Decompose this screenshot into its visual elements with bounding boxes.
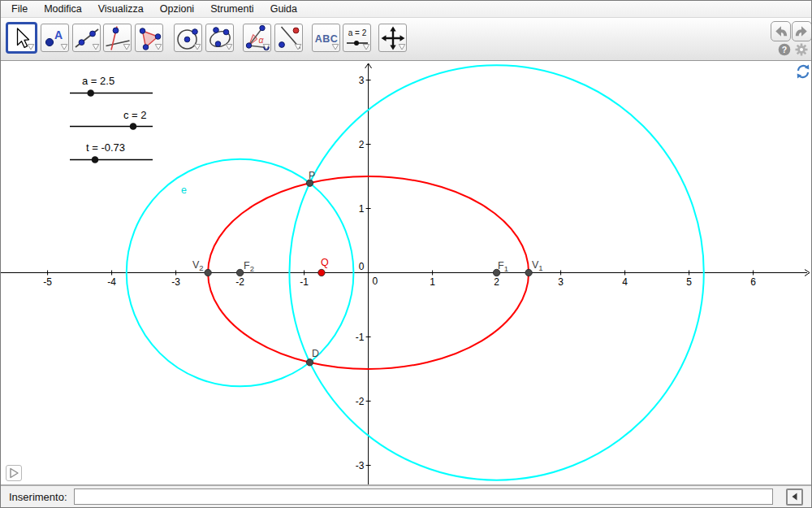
input-bar-label: Inserimento: [9,491,67,503]
slider-c-handle[interactable] [130,123,137,130]
slider-a-handle[interactable] [87,89,94,97]
menu-bar: FileModificaVisualizzaOpzioniStrumentiGu… [1,1,811,17]
tool-dropdown-icon[interactable] [27,43,35,51]
menu-item-opzioni[interactable]: Opzioni [152,2,202,16]
tool-dropdown-icon[interactable] [331,43,339,51]
point-label-F2: F2 [244,260,254,273]
slider-a: a = 2.5 [70,75,153,97]
tool-polygon-button[interactable] [135,24,163,52]
tool-ellipse-button[interactable] [205,24,234,52]
point-F2[interactable] [236,269,243,276]
y-tick-label: 2 [359,139,365,150]
tool-dropdown-icon[interactable] [154,43,162,51]
svg-text:A: A [54,28,63,41]
gear-icon [794,42,809,57]
tool-perpendicular-line-button[interactable] [103,24,132,52]
tool-dropdown-icon[interactable] [294,43,302,51]
slider-t: t = -0.73 [70,141,153,163]
tool-point-button[interactable]: A [41,24,69,52]
tool-move-button[interactable] [6,22,37,54]
slider-a-label: a = 2.5 [82,75,114,87]
origin-label: 0 [359,261,365,272]
help-button[interactable]: ? [778,43,791,56]
algebra-input[interactable] [74,488,773,505]
point-V2[interactable] [205,269,211,276]
tool-dropdown-icon[interactable] [225,43,233,51]
point-label-V2: V2 [192,259,204,272]
x-tick-label: 5 [686,276,692,288]
slider-t-handle[interactable] [92,156,99,163]
tool-dropdown-icon[interactable] [262,43,270,51]
redo-button[interactable] [792,21,812,41]
tool-text-button[interactable]: ABC [312,24,340,52]
slider-c: c = 2 [70,109,153,130]
x-tick-label: 1 [430,276,435,288]
slider-t-label: t = -0.73 [86,141,125,154]
tool-slider-button[interactable]: a = 2 [343,24,371,52]
x-tick-label: 2 [494,276,499,288]
point-Q[interactable] [318,269,325,276]
tool-reflection-button[interactable] [274,24,303,52]
graphics-canvas: -5-4-3-2-1123456-3-2-112300ea = 2.5c = 2… [1,61,811,484]
graphics-view[interactable]: -5-4-3-2-1123456-3-2-112300ea = 2.5c = 2… [1,61,811,484]
tool-angle-button[interactable]: α [243,24,271,52]
x-tick-label: 6 [750,276,756,288]
point-label-Q: Q [321,257,329,268]
x-tick-label: -1 [300,276,309,288]
y-tick-label: 1 [359,203,365,215]
tool-dropdown-icon[interactable] [398,43,406,51]
svg-text:a = 2: a = 2 [348,28,366,37]
input-bar: Inserimento: [1,484,811,507]
refresh-view-button[interactable] [795,63,811,80]
tool-dropdown-icon[interactable] [60,43,68,51]
left-triangle-icon [789,491,801,502]
x-tick-label: 3 [558,276,564,288]
x-tick-label: -4 [107,276,116,288]
geogebra-window: FileModificaVisualizzaOpzioniStrumentiGu… [0,0,812,508]
y-tick-label: -2 [356,396,365,407]
point-label-D: D [312,348,319,359]
tool-line-button[interactable] [72,24,101,52]
menu-item-file[interactable]: File [3,2,36,16]
origin-label: 0 [373,276,378,287]
x-tick-label: -2 [235,276,244,288]
toolbar: ? AαABCa = 2 [1,17,811,61]
tool-dropdown-icon[interactable] [193,43,201,51]
menu-item-modifica[interactable]: Modifica [36,2,90,16]
menu-item-visualizza[interactable]: Visualizza [90,2,152,16]
point-label-F1: F1 [498,260,508,273]
y-axis [365,63,372,484]
tool-dropdown-icon[interactable] [92,43,100,51]
play-icon [6,466,21,480]
curve-label-circle-left: e [181,185,187,196]
slider-c-label: c = 2 [123,109,147,121]
point-label-P: P [309,170,315,181]
redo-icon [793,22,811,41]
play-animation-button[interactable] [6,465,22,481]
x-axis [1,270,810,276]
y-tick-label: 3 [359,75,365,86]
refresh-icon [795,63,811,80]
tool-circle-button[interactable] [174,24,202,52]
menu-item-guida[interactable]: Guida [262,2,305,16]
y-tick-label: -1 [356,332,365,343]
undo-icon [771,22,790,41]
tool-dropdown-icon[interactable] [123,43,131,51]
undo-button[interactable] [771,21,791,41]
help-icon: ? [778,43,791,56]
y-tick-label: -3 [356,460,365,471]
x-tick-label: -5 [43,276,52,288]
svg-text:ABC: ABC [314,33,338,44]
settings-button[interactable] [794,42,809,57]
x-tick-label: -3 [171,276,180,288]
tool-dropdown-icon[interactable] [362,43,370,51]
menu-item-strumenti[interactable]: Strumenti [202,2,262,16]
svg-text:?: ? [782,45,787,54]
input-history-button[interactable] [786,488,803,506]
x-tick-label: 4 [622,276,628,288]
point-label-V1: V1 [532,259,543,272]
tool-move-graphics-view-button[interactable] [378,24,407,52]
point-D[interactable] [306,359,313,366]
